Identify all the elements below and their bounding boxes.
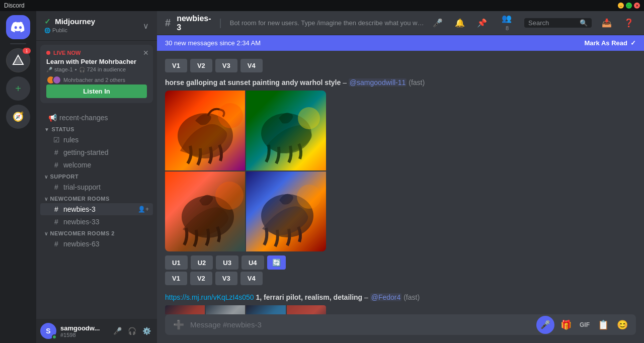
channel-header-name: newbies-3	[177, 14, 211, 32]
channel-item-newbies-33[interactable]: # newbies-33	[40, 216, 153, 228]
channel-item-rules[interactable]: ☑ rules	[40, 134, 153, 146]
discord-wordmark: Discord	[4, 2, 25, 9]
stage-button[interactable]: 🎤	[431, 16, 445, 30]
gift-button[interactable]: 🎁	[558, 317, 574, 332]
checkmark-icon: ✓	[630, 39, 636, 47]
v3-top-button[interactable]: V3	[215, 59, 237, 72]
message-1: horse galloping at sunset painting andy …	[165, 78, 636, 285]
follow-button[interactable]: 🔔	[453, 16, 467, 30]
search-input[interactable]	[528, 19, 577, 27]
message-mention[interactable]: @samgoodwill-11	[349, 78, 407, 87]
help-button[interactable]: ❓	[622, 16, 636, 30]
image-cell-2[interactable]	[246, 91, 326, 170]
live-now-banner: ✕ LIVE NOW Learn with Peter Mohrbacher 🎤…	[40, 45, 153, 103]
channel-item-newbies-3[interactable]: # newbies-3 👤+	[40, 203, 153, 215]
message-2-mention[interactable]: @Fedor4	[370, 293, 402, 301]
channel-item-welcome[interactable]: # welcome	[40, 159, 153, 171]
add-server-button[interactable]: +	[6, 76, 30, 101]
attach-button[interactable]: ➕	[171, 317, 186, 332]
channel-item-recent-changes[interactable]: 📢 recent-changes	[40, 112, 153, 124]
live-dot	[46, 51, 50, 55]
server-menu-chevron[interactable]: ∨	[143, 21, 149, 31]
category-newcomer-rooms-2[interactable]: ∨ NEWCOMER ROOMS 2	[36, 228, 157, 237]
search-bar[interactable]: 🔍	[524, 18, 592, 28]
notification-badge: 1	[23, 48, 31, 54]
maximize-button[interactable]: □	[626, 3, 632, 9]
u3-button[interactable]: U3	[216, 255, 238, 270]
svg-point-3	[298, 107, 320, 129]
category-chevron: ∨	[44, 174, 48, 180]
image-cell-3[interactable]	[165, 172, 245, 251]
close-live-button[interactable]: ✕	[143, 49, 149, 57]
message-2: https://s.mj.run/vKqLzI4s050 1, ferrari …	[165, 293, 636, 314]
category-label: status	[51, 126, 74, 132]
image-cell-1[interactable]	[165, 91, 245, 170]
category-newcomer-rooms[interactable]: ∨ NEWCOMER ROOMS	[36, 194, 157, 203]
user-bar: S samgoodw... #1598 🎤 🎧 ⚙️	[36, 319, 157, 343]
live-title: Learn with Peter Mohrbacher	[46, 58, 147, 65]
message-input-area: ➕ 🎤 🎁 GIF 📋 😊	[157, 314, 644, 343]
search-icon: 🔍	[580, 19, 588, 27]
gif-button[interactable]: GIF	[578, 319, 592, 330]
u4-button[interactable]: U4	[242, 255, 264, 270]
channel-name: recent-changes	[59, 114, 108, 122]
settings-button[interactable]: ⚙️	[140, 325, 153, 337]
voice-indicator[interactable]: 🎤	[536, 316, 554, 334]
mute-button[interactable]: 🎤	[111, 325, 124, 337]
titlebar-title: Discord	[4, 2, 25, 9]
channel-item-trial-support[interactable]: # trial-support	[40, 181, 153, 193]
u2-button[interactable]: U2	[191, 255, 213, 270]
category-status[interactable]: ▼ status	[36, 124, 157, 133]
channel-item-newbies-63[interactable]: # newbies-63	[40, 238, 153, 250]
hash-icon: #	[52, 148, 60, 156]
public-badge: 🌐 Public	[44, 26, 95, 34]
message-link[interactable]: https://s.mj.run/vKqLzI4s050	[165, 293, 254, 301]
emoji-button[interactable]: 😊	[615, 317, 630, 332]
titlebar-controls: – □ ✕	[618, 3, 640, 9]
image-cell-4[interactable]	[246, 172, 326, 251]
v-buttons: V1 V2 V3 V4	[165, 272, 636, 285]
v1-button[interactable]: V1	[165, 272, 187, 285]
v4-top-button[interactable]: V4	[240, 59, 263, 72]
u1-button[interactable]: U1	[165, 255, 188, 270]
members-button[interactable]: 👥 8	[497, 12, 516, 34]
user-controls: 🎤 🎧 ⚙️	[111, 325, 153, 337]
message-input[interactable]	[190, 314, 532, 335]
checkbox-icon: ☑	[52, 136, 60, 144]
channel-header-actions: 🎤 🔔 📌 👥 8 🔍 📥 ❓	[431, 12, 636, 34]
live-now-label: LIVE NOW	[46, 50, 147, 56]
v2-top-button[interactable]: V2	[190, 59, 212, 72]
v3-button[interactable]: V3	[215, 272, 237, 285]
channel-name: newbies-33	[63, 218, 100, 226]
category-chevron: ∨	[44, 196, 48, 202]
category-support[interactable]: ∨ SUPPORT	[36, 172, 157, 181]
v2-button[interactable]: V2	[190, 272, 212, 285]
add-user-icon: 👤+	[138, 206, 149, 213]
server-separator	[10, 43, 26, 44]
inbox-button[interactable]: 📥	[600, 16, 614, 30]
hash-icon: #	[52, 218, 60, 226]
message-2-dash: –	[364, 293, 370, 301]
sidebar-header[interactable]: ✓ Midjourney 🌐 Public ∨	[36, 11, 157, 41]
close-button[interactable]: ✕	[634, 3, 640, 9]
channel-name: trial-support	[63, 183, 101, 191]
explore-server-button[interactable]: 🧭	[6, 105, 30, 129]
main-content: # newbies-3 | Bot room for new users. Ty…	[157, 11, 644, 343]
refresh-button[interactable]: 🔄	[267, 255, 286, 270]
v1-top-button[interactable]: V1	[165, 59, 187, 72]
v4-button[interactable]: V4	[240, 272, 263, 285]
mark-as-read-button[interactable]: Mark As Read ✓	[585, 39, 636, 47]
deafen-button[interactable]: 🎧	[126, 325, 138, 337]
pinned-button[interactable]: 📌	[475, 16, 489, 30]
sidebar: ✓ Midjourney 🌐 Public ∨ ✕ LIVE NOW Learn…	[36, 11, 157, 343]
channel-name: newbies-3	[63, 205, 96, 213]
minimize-button[interactable]: –	[618, 3, 624, 9]
sticker-button[interactable]: 📋	[596, 317, 611, 332]
channel-name: rules	[63, 136, 78, 144]
midjourney-server-icon[interactable]: 1	[6, 48, 30, 72]
messages-area[interactable]: V1 V2 V3 V4 horse galloping at sunset pa…	[157, 51, 644, 314]
discord-server-icon[interactable]	[6, 15, 30, 39]
channel-item-getting-started[interactable]: # getting-started	[40, 146, 153, 158]
listen-in-button[interactable]: Listen In	[46, 84, 147, 98]
server-name: ✓ Midjourney	[44, 17, 95, 26]
